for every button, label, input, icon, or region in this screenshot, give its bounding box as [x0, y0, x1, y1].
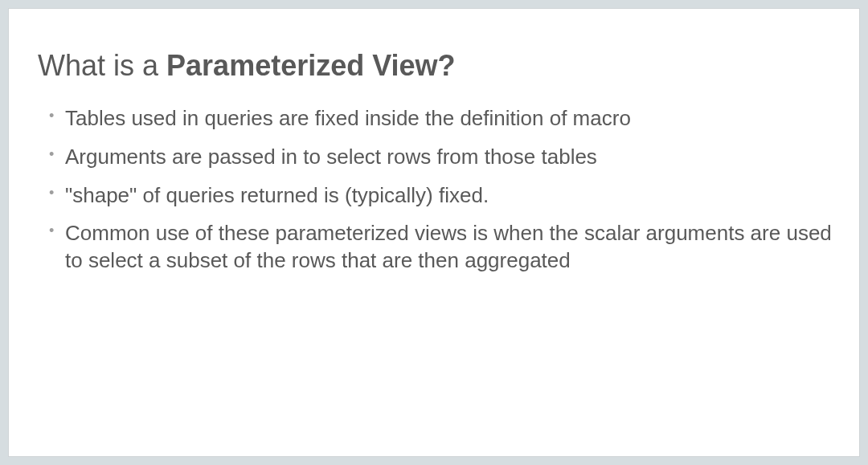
list-item: Common use of these parameterized views …: [49, 220, 835, 275]
list-item: Tables used in queries are fixed inside …: [49, 105, 835, 133]
list-item: Arguments are passed in to select rows f…: [49, 144, 835, 171]
slide-title: What is a Parameterized View?: [38, 49, 835, 83]
slide: What is a Parameterized View? Tables use…: [8, 8, 860, 457]
title-bold: Parameterized View?: [166, 49, 456, 82]
list-item: "shape" of queries returned is (typicall…: [49, 182, 835, 210]
title-prefix: What is a: [38, 49, 166, 82]
bullet-list: Tables used in queries are fixed inside …: [33, 105, 835, 275]
